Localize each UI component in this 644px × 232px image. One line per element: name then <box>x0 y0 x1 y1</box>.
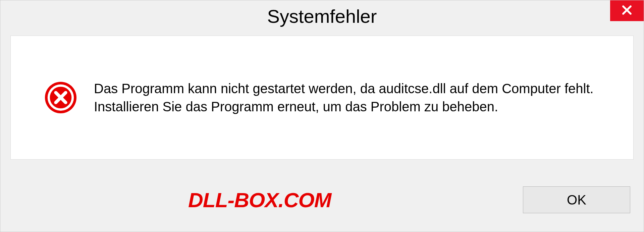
error-message: Das Programm kann nicht gestartet werden… <box>94 79 613 116</box>
message-box: Das Programm kann nicht gestartet werden… <box>10 36 634 160</box>
error-icon <box>44 81 77 114</box>
dialog-footer: DLL-BOX.COM OK <box>0 168 644 232</box>
close-button[interactable] <box>610 0 644 21</box>
content-area: Das Programm kann nicht gestartet werden… <box>0 32 644 168</box>
title-bar: Systemfehler <box>0 0 644 32</box>
dialog-title: Systemfehler <box>267 5 377 27</box>
ok-button[interactable]: OK <box>523 186 630 213</box>
watermark-text: DLL-BOX.COM <box>188 188 331 212</box>
close-icon <box>621 4 633 18</box>
error-dialog: Systemfehler Das Programm kann <box>0 0 644 232</box>
